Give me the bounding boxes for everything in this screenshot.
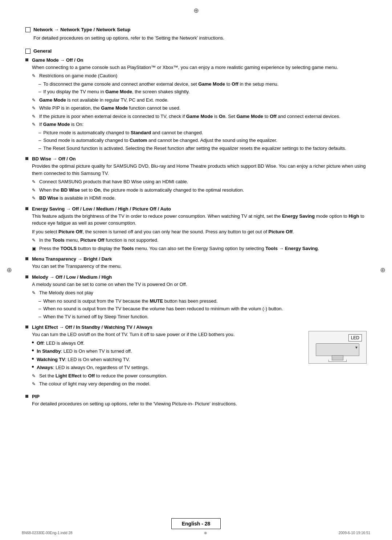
melody-note-heading: ✎ The Melody does not play — [32, 289, 367, 296]
light-effect-row: You can turn the LED on/off on the front… — [25, 331, 367, 389]
melody-dash-1: – — [38, 298, 41, 305]
pip-bullet — [25, 395, 28, 398]
bullet-dot-4 — [32, 366, 34, 368]
energy-saving-title: Energy Saving → Off / Low / Medium / Hig… — [32, 206, 171, 212]
led-illustration: LED ▼ — [309, 331, 367, 364]
melody-desc: A melody sound can be set to come on whe… — [32, 281, 367, 288]
game-mode-note-2: ✎ While PIP is in operation, the Game Mo… — [32, 105, 367, 112]
bottom-meta-right: 2009-6-10 19:16:51 — [339, 531, 370, 535]
melody-bullet — [25, 275, 28, 278]
network-heading: Network → Network Type / Network Setup — [25, 27, 367, 32]
light-note-icon-2: ✎ — [32, 381, 38, 387]
light-note-text-1: Set the Light Effect to Off to reduce th… — [39, 372, 301, 380]
note-icon-1: ✎ — [32, 97, 38, 103]
bullet-watching: Watching TV: LED is On when watching TV. — [32, 356, 301, 363]
pip-title: PIP — [32, 394, 40, 399]
energy-saving-desc2: If you select Picture Off, the screen is… — [32, 228, 367, 236]
melody-text-3: When the TV is turned off by Sleep Timer… — [43, 313, 148, 320]
footer-box: English - 28 — [171, 518, 221, 529]
bullet-off-text: Off: LED is always Off. — [37, 340, 85, 347]
pip-desc: For detailed procedures on setting up op… — [32, 400, 367, 408]
bullet-always: Always: LED is always On, regardless of … — [32, 364, 301, 371]
bullet-standby-text: In Standby: LED is On when TV is turned … — [37, 348, 132, 355]
footer-label: English - 28 — [182, 521, 211, 527]
bd-wise-desc: Provides the optimal picture quality for… — [32, 163, 367, 177]
bd-wise-note-text-1: Connect SAMSUNG products that have BD Wi… — [39, 178, 367, 185]
energy-note-1: ✎ In the Tools menu, Picture Off functio… — [32, 237, 367, 244]
light-effect-note-2: ✎ The colour of light may very depending… — [32, 380, 301, 388]
game-on-text-1: Picture mode is automatically changed to… — [43, 129, 203, 136]
footer: English - 28 — [0, 518, 392, 529]
bullet-dot-2 — [32, 349, 34, 351]
bd-note-icon-1: ✎ — [32, 179, 38, 185]
light-effect-bullet-list: Off: LED is always Off. In Standby: LED … — [32, 340, 301, 371]
restriction-text-2: If you display the TV menu in Game Mode,… — [43, 88, 189, 95]
light-effect-desc: You can turn the LED on/off on the front… — [32, 331, 301, 338]
bd-wise-note-text-2: When the BD Wise set to On, the picture … — [39, 187, 367, 194]
game-mode-note-1: ✎ Game Mode is not available in regular … — [32, 97, 367, 104]
energy-remote-item: ▣ Press the TOOLS button to display the … — [32, 245, 367, 252]
light-effect-bullet — [25, 326, 28, 328]
light-note-icon-1: ✎ — [32, 373, 38, 379]
game-mode-note-text-4: If Game Mode is On: — [39, 121, 367, 128]
bd-wise-bullet — [25, 157, 28, 160]
right-side-icon: ⊕ — [380, 266, 385, 274]
melody-subsection: Melody → Off / Low / Medium / High — [25, 274, 367, 280]
game-mode-note-text-3: If the picture is poor when external dev… — [39, 113, 367, 120]
note-pencil-icon: ✎ — [32, 73, 38, 79]
bullet-standby: In Standby: LED is On when TV is turned … — [32, 348, 301, 355]
game-on-item-3: – The Reset Sound function is activated.… — [38, 145, 367, 152]
bullet-watching-text: Watching TV: LED is On when watching TV. — [37, 356, 130, 363]
network-checkbox-icon — [25, 27, 30, 32]
game-mode-on-list: – Picture mode is automatically changed … — [38, 129, 367, 152]
melody-dash-3: – — [38, 313, 41, 320]
melody-item-3: – When the TV is turned off by Sleep Tim… — [38, 313, 367, 320]
energy-note-icon-1: ✎ — [32, 237, 38, 244]
dash-2: – — [38, 137, 41, 144]
game-mode-bullet — [25, 58, 28, 61]
game-mode-title: Game Mode → Off / On — [32, 57, 83, 63]
bottom-meta: BN68-02330E-00Eng-1.indd 28 ⊕ 2009-6-10 … — [22, 531, 370, 535]
light-effect-title: Light Effect → Off / In Standby / Watchi… — [32, 324, 152, 330]
melody-text-1: When no sound is output from the TV beca… — [43, 298, 217, 305]
note-icon-4: ✎ — [32, 121, 38, 128]
restriction-item-2: – If you display the TV menu in Game Mod… — [38, 88, 367, 95]
melody-note-icon: ✎ — [32, 290, 38, 296]
general-checkbox-icon — [25, 49, 30, 54]
game-on-text-2: Sound mode is automatically changed to C… — [43, 137, 277, 144]
melody-title: Melody → Off / Low / Medium / High — [32, 274, 112, 280]
bottom-meta-center-icon: ⊕ — [204, 531, 207, 535]
restrictions-note: ✎ Restrictions on game mode (Caution) — [32, 72, 367, 79]
bullet-off: Off: LED is always Off. — [32, 340, 301, 347]
pip-subsection: PIP — [25, 394, 367, 399]
bd-note-icon-3: ✎ — [32, 195, 38, 201]
melody-list: – When no sound is output from the TV be… — [38, 298, 367, 320]
energy-note-text-1: In the Tools menu, Picture Off function … — [39, 237, 367, 244]
bullet-dot-3 — [32, 358, 34, 360]
dash-1: – — [38, 129, 41, 136]
game-mode-note-text-2: While PIP is in operation, the Game Mode… — [39, 105, 367, 112]
light-effect-content: You can turn the LED on/off on the front… — [25, 331, 301, 389]
network-title: Network → Network Type / Network Setup — [33, 27, 131, 32]
menu-transparency-subsection: Menu Transparency → Bright / Dark — [25, 256, 367, 262]
game-mode-note-text-1: Game Mode is not available in regular TV… — [39, 97, 367, 104]
bd-wise-note-2: ✎ When the BD Wise set to On, the pictur… — [32, 187, 367, 194]
light-effect-subsection: Light Effect → Off / In Standby / Watchi… — [25, 324, 367, 330]
game-on-item-1: – Picture mode is automatically changed … — [38, 129, 367, 136]
bottom-meta-left: BN68-02330E-00Eng-1.indd 28 — [22, 531, 73, 535]
melody-item-2: – When no sound is output from the TV be… — [38, 305, 367, 312]
bullet-always-text: Always: LED is always On, regardless of … — [37, 364, 149, 371]
bd-note-icon-2: ✎ — [32, 187, 38, 193]
energy-saving-bullet — [25, 207, 28, 210]
dash-icon-2: – — [38, 88, 41, 95]
melody-note-text: The Melody does not play — [39, 289, 367, 296]
energy-saving-subsection: Energy Saving → Off / Low / Medium / Hig… — [25, 206, 367, 212]
bd-wise-note-3: ✎ BD Wise is available in HDMI mode. — [32, 195, 367, 202]
top-center-icon: ⊕ — [193, 7, 199, 15]
light-effect-note-1: ✎ Set the Light Effect to Off to reduce … — [32, 372, 301, 380]
restrictions-list: – To disconnect the game console and con… — [38, 81, 367, 95]
bd-wise-note-text-3: BD Wise is available in HDMI mode. — [39, 195, 367, 202]
restrictions-heading: Restrictions on game mode (Caution) — [39, 72, 367, 79]
note-icon-2: ✎ — [32, 105, 38, 111]
left-side-icon: ⊕ — [7, 266, 12, 274]
